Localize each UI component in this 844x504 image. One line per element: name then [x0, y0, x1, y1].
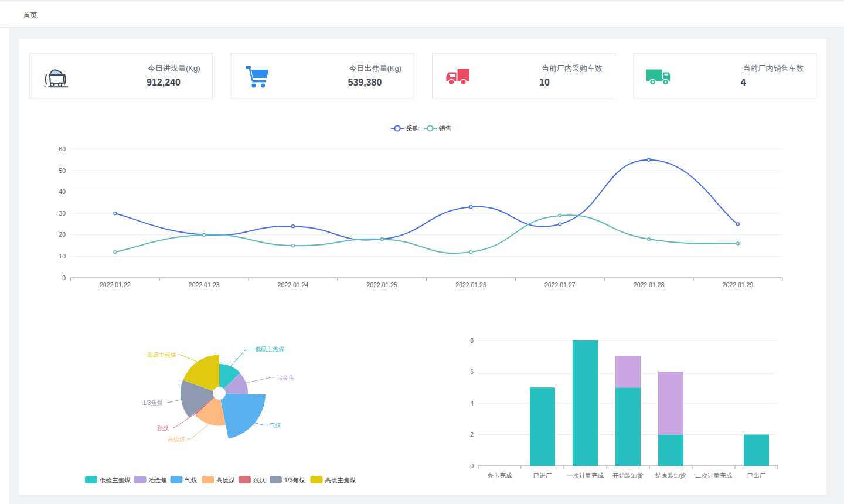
- svg-text:2022.01.25: 2022.01.25: [366, 281, 397, 288]
- svg-text:2022.01.27: 2022.01.27: [544, 281, 576, 288]
- svg-text:1/3焦煤: 1/3焦煤: [143, 400, 163, 406]
- svg-text:高硫主焦煤: 高硫主焦煤: [325, 476, 356, 483]
- svg-text:气煤: 气煤: [185, 476, 198, 483]
- svg-text:冶金焦: 冶金焦: [149, 476, 168, 483]
- svg-text:2022.01.22: 2022.01.22: [100, 281, 131, 288]
- svg-text:2022.01.23: 2022.01.23: [189, 281, 220, 288]
- svg-text:0: 0: [470, 462, 474, 469]
- svg-text:10: 10: [59, 253, 66, 260]
- svg-text:气煤: 气煤: [270, 422, 281, 428]
- svg-text:912,240: 912,240: [147, 77, 181, 87]
- svg-text:当前厂内销售车数: 当前厂内销售车数: [743, 64, 804, 73]
- svg-text:539,380: 539,380: [348, 77, 382, 87]
- svg-text:0: 0: [62, 274, 66, 281]
- svg-text:60: 60: [59, 145, 66, 152]
- svg-text:6: 6: [470, 368, 474, 375]
- svg-text:开始装卸货: 开始装卸货: [612, 472, 644, 479]
- svg-text:已出厂: 已出厂: [747, 472, 766, 479]
- svg-text:高硫主焦煤: 高硫主焦煤: [147, 352, 176, 358]
- svg-text:销售: 销售: [438, 125, 452, 132]
- svg-text:高硫煤: 高硫煤: [216, 476, 235, 483]
- svg-text:采购: 采购: [406, 125, 419, 132]
- svg-text:跳汰: 跳汰: [158, 425, 169, 431]
- svg-text:低硫主焦煤: 低硫主焦煤: [100, 476, 131, 483]
- svg-text:首页: 首页: [23, 11, 38, 19]
- svg-text:2022.01.28: 2022.01.28: [634, 281, 665, 288]
- svg-text:办卡完成: 办卡完成: [488, 472, 513, 479]
- svg-text:冶金焦: 冶金焦: [277, 374, 294, 381]
- svg-text:今日进煤量(Kg): 今日进煤量(Kg): [148, 64, 200, 73]
- svg-text:50: 50: [59, 167, 66, 174]
- svg-text:高硫煤: 高硫煤: [168, 436, 185, 442]
- svg-text:结束装卸货: 结束装卸货: [655, 472, 686, 479]
- svg-text:一次计量完成: 一次计量完成: [567, 472, 604, 479]
- svg-text:跳汰: 跳汰: [253, 476, 266, 483]
- svg-text:当前厂内采购车数: 当前厂内采购车数: [542, 64, 603, 73]
- svg-text:20: 20: [59, 231, 66, 238]
- svg-text:2022.01.26: 2022.01.26: [455, 281, 486, 288]
- svg-text:1/3焦煤: 1/3焦煤: [284, 476, 305, 483]
- svg-text:4: 4: [741, 77, 746, 87]
- svg-text:10: 10: [539, 77, 550, 87]
- svg-text:已进厂: 已进厂: [533, 472, 552, 479]
- svg-text:2022.01.24: 2022.01.24: [278, 281, 309, 288]
- svg-text:30: 30: [59, 210, 66, 217]
- svg-text:8: 8: [470, 337, 474, 344]
- svg-text:4: 4: [470, 400, 474, 407]
- svg-text:40: 40: [59, 188, 66, 195]
- svg-text:二次计量完成: 二次计量完成: [695, 472, 733, 479]
- svg-text:2022.01.29: 2022.01.29: [723, 281, 754, 288]
- svg-text:低硫主焦煤: 低硫主焦煤: [255, 346, 284, 352]
- svg-text:2: 2: [470, 431, 474, 438]
- svg-text:今日出焦量(Kg): 今日出焦量(Kg): [349, 64, 401, 73]
